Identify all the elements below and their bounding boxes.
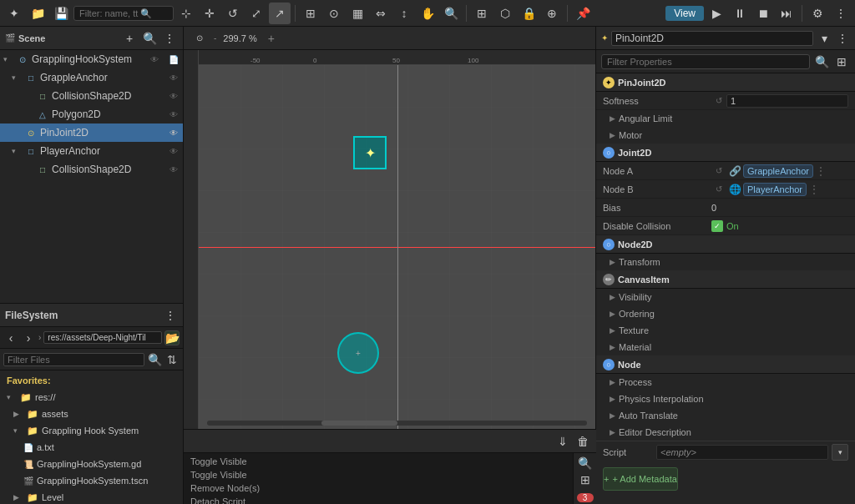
pin-btn[interactable]: 📌 <box>572 3 594 24</box>
pause-btn[interactable]: ⏸ <box>729 3 751 24</box>
move-btn[interactable]: ✛ <box>199 3 220 24</box>
pivot-btn[interactable]: ⊙ <box>323 3 345 24</box>
view-btn[interactable]: View <box>665 6 704 21</box>
fs-forward-btn[interactable]: › <box>21 330 36 345</box>
prop-value-disable-coll[interactable]: ✓ On <box>711 220 739 232</box>
viewport-area[interactable]: -50 0 50 100 ✦ + <box>184 50 595 429</box>
prop-reset-softness[interactable]: ↺ <box>711 93 726 108</box>
fs-hooktscn[interactable]: 🎬 GrapplingHookSystem.tscn <box>0 472 183 489</box>
stop-btn[interactable]: ⏹ <box>752 3 774 24</box>
prop-group-visibility[interactable]: ▶ Visibility <box>596 289 855 305</box>
fs-filter-input[interactable] <box>3 353 144 366</box>
fs-res[interactable]: ▾ 📁 res:// <box>0 389 183 406</box>
rotate-btn[interactable]: ↺ <box>222 3 244 24</box>
transform-btn[interactable]: ⊹ <box>175 3 197 24</box>
h-scrollbar[interactable] <box>207 421 587 426</box>
prop-group-angular-limit[interactable]: ▶ Angular Limit <box>596 110 855 127</box>
eye-collision2[interactable]: 👁 <box>166 162 181 177</box>
prop-group-auto-translate[interactable]: ▶ Auto Translate <box>596 407 855 424</box>
eye-collision1[interactable]: 👁 <box>166 88 181 103</box>
grid-btn[interactable]: ▦ <box>347 3 368 24</box>
fs-grappling[interactable]: ▾ 📁 Grappling Hook System <box>0 422 183 439</box>
zoom-plus-btn[interactable]: + <box>264 31 279 46</box>
eye-player[interactable]: 👁 <box>166 144 181 159</box>
lock-btn[interactable]: 🔒 <box>518 3 539 24</box>
eye-grapplinghooksystem[interactable]: 👁 <box>147 52 162 67</box>
mirror-v-btn[interactable]: ↕ <box>393 3 415 24</box>
console-clear-btn[interactable]: 🗑 <box>574 433 591 450</box>
fs-atxt[interactable]: 📄 a.txt <box>0 439 183 456</box>
scene-more-btn[interactable]: ⋮ <box>161 30 178 47</box>
node-more-btn[interactable]: ⋮ <box>835 31 850 46</box>
filter-input[interactable] <box>73 6 174 21</box>
prop-reset-nodeb[interactable]: ↺ <box>711 182 726 197</box>
eye-grappleanchor[interactable]: 👁 <box>166 70 181 85</box>
section-header-node2d[interactable]: ○ Node2D <box>596 235 855 254</box>
section-header-joint2d[interactable]: ○ Joint2D <box>596 144 855 162</box>
viewport-canvas[interactable]: ✦ + <box>199 65 595 429</box>
fs-hookgd[interactable]: 📜 GrapplingHookSystem.gd <box>0 456 183 472</box>
mirror-h-btn[interactable]: ⇔ <box>370 3 392 24</box>
tree-item-grapplinghooksystem[interactable]: ▾ ⊙ GrapplingHookSystem 👁 📄 <box>0 50 183 68</box>
error-badge[interactable]: 3 <box>577 493 594 502</box>
fs-path-input[interactable] <box>43 331 162 344</box>
prop-group-motor[interactable]: ▶ Motor <box>596 127 855 144</box>
prop-more-nodea[interactable]: ⋮ <box>813 164 828 179</box>
filter-search-btn[interactable]: 🔍 <box>813 53 830 70</box>
fs-more-btn[interactable]: ⋮ <box>163 308 178 323</box>
debug-btn[interactable]: ⏭ <box>776 3 797 24</box>
tree-item-collisionshape2d-2[interactable]: ▶ □ CollisionShape2D 👁 <box>0 160 183 179</box>
settings-btn[interactable]: ⚙ <box>807 3 828 24</box>
section-header-canvasitem[interactable]: ✏ CanvasItem <box>596 270 855 289</box>
eye-polygon[interactable]: 👁 <box>166 107 181 122</box>
play-btn[interactable]: ▶ <box>706 3 727 24</box>
scene-filter-btn[interactable]: 🔍 <box>141 30 158 47</box>
save-scene-btn[interactable]: 💾 <box>50 3 72 24</box>
add-metadata-btn[interactable]: + + Add Metadata <box>603 467 678 491</box>
prop-group-editor-desc[interactable]: ▶ Editor Description <box>596 424 855 441</box>
prop-group-ordering[interactable]: ▶ Ordering <box>596 305 855 322</box>
h-scrollbar-thumb[interactable] <box>321 421 397 426</box>
scale-btn[interactable]: ⤢ <box>245 3 267 24</box>
prop-reset-nodea[interactable]: ↺ <box>711 164 726 179</box>
console-scroll-btn[interactable]: ⇓ <box>554 433 571 450</box>
tile-btn[interactable]: ⊞ <box>471 3 493 24</box>
tree-item-playeranchor[interactable]: ▾ □ PlayerAnchor 👁 <box>0 142 183 160</box>
more-btn[interactable]: ⋮ <box>830 3 852 24</box>
script-value-input[interactable] <box>656 445 828 460</box>
section-header-pinjoint2d[interactable]: ✦ PinJoint2D <box>596 73 855 92</box>
pin-joint-node[interactable]: ✦ <box>353 136 387 169</box>
vp-transform-btn[interactable]: ⊙ <box>189 28 210 49</box>
prop-group-texture[interactable]: ▶ Texture <box>596 322 855 339</box>
fs-assets[interactable]: ▶ 📁 assets <box>0 406 183 422</box>
console-filter-btn[interactable]: ⊞ <box>577 473 594 486</box>
filter-options-btn[interactable]: ⊞ <box>833 53 850 70</box>
node-select-input[interactable] <box>611 31 813 46</box>
new-scene-btn[interactable]: ✦ <box>3 3 25 24</box>
hand-btn[interactable]: ✋ <box>417 3 438 24</box>
prop-group-transform[interactable]: ▶ Transform <box>596 254 855 270</box>
node-select-dropdown[interactable]: ▾ <box>817 31 832 46</box>
eye-pin[interactable]: 👁 <box>166 125 181 140</box>
prop-picker-nodea[interactable]: 🔗 <box>726 163 743 179</box>
fs-filter-btn[interactable]: 🔍 <box>147 352 162 367</box>
snap-btn[interactable]: ⊞ <box>300 3 321 24</box>
zoom-btn[interactable]: 🔍 <box>440 3 462 24</box>
tree-item-collisionshape2d-1[interactable]: ▶ □ CollisionShape2D 👁 <box>0 87 183 105</box>
polygon-btn[interactable]: ⬡ <box>494 3 516 24</box>
prop-input-softness[interactable] <box>726 94 848 108</box>
fs-level[interactable]: ▶ 📁 Level <box>0 489 183 504</box>
open-scene-btn[interactable]: 📁 <box>27 3 48 24</box>
prop-group-process[interactable]: ▶ Process <box>596 374 855 391</box>
prop-group-physics-interp[interactable]: ▶ Physics Interpolation <box>596 391 855 407</box>
select-btn[interactable]: ↗ <box>269 3 291 24</box>
scene-add-btn[interactable]: + <box>121 30 138 47</box>
prop-group-material[interactable]: ▶ Material <box>596 339 855 355</box>
player-node[interactable]: + <box>337 332 379 374</box>
fs-folder-btn[interactable]: 📂 <box>164 330 180 345</box>
fs-back-btn[interactable]: ‹ <box>3 330 18 345</box>
fs-sort-btn[interactable]: ⇅ <box>164 352 180 367</box>
tree-item-polygon2d[interactable]: ▶ △ Polygon2D 👁 <box>0 105 183 123</box>
prop-more-nodeb[interactable]: ⋮ <box>807 182 822 197</box>
script-dropdown-btn[interactable]: ▾ <box>832 444 848 461</box>
